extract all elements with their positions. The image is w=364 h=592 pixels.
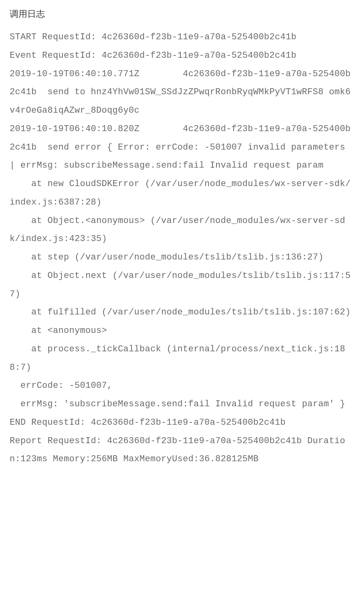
log-output: START RequestId: 4c26360d-f23b-11e9-a70a…: [10, 28, 354, 468]
log-panel-title: 调用日志: [10, 8, 354, 20]
